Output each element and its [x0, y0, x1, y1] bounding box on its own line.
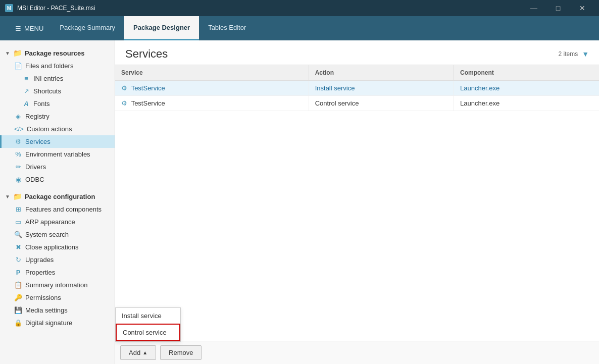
sidebar-group-config-label: Package configuration [25, 193, 95, 200]
sidebar-item-features-components[interactable]: ⊞ Features and components [0, 203, 115, 216]
cell-action: Install service [309, 81, 454, 96]
page-title: Services [125, 47, 168, 61]
sidebar-item-arp-appearance[interactable]: ▭ ARP appearance [0, 216, 115, 228]
app-icon: M [5, 4, 13, 12]
bottom-bar: Install service Control service Add ▲ Re… [115, 341, 599, 364]
add-button[interactable]: Add ▲ [120, 345, 156, 360]
gear-icon: ⚙ [121, 99, 129, 107]
sidebar-item-media-settings[interactable]: 💾 Media settings [0, 304, 115, 317]
dropdown-control-service[interactable]: Control service [116, 324, 180, 341]
menu-button[interactable]: ☰ MENU [8, 21, 51, 36]
sidebar-group-label: Package resources [25, 49, 85, 57]
sidebar-item-shortcuts[interactable]: ↗ Shortcuts [0, 85, 115, 97]
col-action: Action [309, 65, 454, 81]
sidebar-item-files-folders[interactable]: 📄 Files and folders [0, 60, 115, 72]
hamburger-icon: ☰ [15, 25, 21, 32]
cell-action: Control service [309, 96, 454, 111]
upgrades-icon: ↻ [14, 256, 22, 264]
tab-package-designer[interactable]: Package Designer [124, 16, 199, 40]
tab-tables-editor[interactable]: Tables Editor [199, 16, 255, 40]
sidebar-section-package-resources: ▼ 📁 Package resources 📄 Files and folder… [0, 44, 115, 188]
sidebar-item-digital-signature[interactable]: 🔒 Digital signature [0, 317, 115, 329]
titlebar: M MSI Editor - PACE_Suite.msi — □ ✕ [0, 0, 599, 16]
col-service: Service [115, 65, 309, 81]
services-table-body: ⚙ TestServiceInstall serviceLauncher.exe… [115, 81, 599, 111]
sidebar-section-package-configuration: ▼ 📁 Package configuration ⊞ Features and… [0, 188, 115, 331]
env-icon: % [14, 150, 22, 158]
collapse-arrow-icon-2: ▼ [5, 194, 10, 199]
collapse-arrow-icon: ▼ [5, 50, 10, 56]
remove-button[interactable]: Remove [160, 345, 202, 360]
sidebar-item-ini-entries[interactable]: ≡ INI entries [0, 72, 115, 85]
signature-icon: 🔒 [14, 319, 22, 327]
sidebar-item-custom-actions[interactable]: </> Custom actions [0, 123, 115, 135]
registry-icon: ◈ [14, 113, 22, 120]
item-count-area: 2 items ▼ [558, 50, 589, 58]
ini-icon: ≡ [22, 75, 30, 82]
code-icon: </> [14, 125, 24, 133]
arp-icon: ▭ [14, 218, 22, 226]
services-table: Service Action Component ⚙ TestServiceIn… [115, 65, 599, 111]
table-row[interactable]: ⚙ TestServiceInstall serviceLauncher.exe [115, 81, 599, 96]
drivers-icon: ✏ [14, 163, 22, 171]
properties-icon: P [14, 269, 22, 276]
services-table-container: Service Action Component ⚙ TestServiceIn… [115, 65, 599, 341]
col-component: Component [454, 65, 599, 81]
cell-service: ⚙ TestService [115, 96, 309, 111]
sidebar-item-upgrades[interactable]: ↻ Upgrades [0, 253, 115, 266]
sidebar-group-package-configuration[interactable]: ▼ 📁 Package configuration [0, 190, 115, 203]
summary-icon: 📋 [14, 281, 22, 289]
gear-icon: ⚙ [121, 84, 129, 92]
sidebar-item-services[interactable]: ⚙ Services [0, 135, 115, 148]
sidebar: ▼ 📁 Package resources 📄 Files and folder… [0, 40, 115, 364]
filter-icon[interactable]: ▼ [582, 50, 589, 58]
maximize-button[interactable]: □ [546, 0, 570, 16]
sidebar-item-permissions[interactable]: 🔑 Permissions [0, 291, 115, 304]
dropdown-arrow-icon: ▲ [142, 350, 147, 355]
shortcut-icon: ↗ [22, 87, 30, 95]
table-row[interactable]: ⚙ TestServiceControl serviceLauncher.exe [115, 96, 599, 111]
content-header: Services 2 items ▼ [115, 40, 599, 65]
table-header-row: Service Action Component [115, 65, 599, 81]
sidebar-item-summary-information[interactable]: 📋 Summary information [0, 279, 115, 291]
sidebar-group-package-resources[interactable]: ▼ 📁 Package resources [0, 46, 115, 60]
sidebar-item-odbc[interactable]: ◉ ODBC [0, 173, 115, 186]
services-icon: ⚙ [14, 138, 22, 145]
folder-icon-2: 📁 [13, 192, 22, 200]
permissions-icon: 🔑 [14, 294, 22, 301]
sidebar-item-registry[interactable]: ◈ Registry [0, 110, 115, 123]
sidebar-item-environment-variables[interactable]: % Environment variables [0, 148, 115, 161]
window-title: MSI Editor - PACE_Suite.msi [17, 5, 95, 12]
window-controls: — □ ✕ [522, 0, 594, 16]
sidebar-item-drivers[interactable]: ✏ Drivers [0, 161, 115, 173]
item-count-label: 2 items [558, 50, 578, 58]
odbc-icon: ◉ [14, 176, 22, 183]
media-icon: 💾 [14, 306, 22, 314]
file-icon: 📄 [14, 62, 22, 70]
main-layout: ▼ 📁 Package resources 📄 Files and folder… [0, 40, 599, 364]
sidebar-item-system-search[interactable]: 🔍 System search [0, 228, 115, 241]
action-buttons: Add ▲ Remove [115, 341, 599, 364]
font-icon: A [22, 100, 30, 108]
close-button[interactable]: ✕ [571, 0, 594, 16]
close-app-icon: ✖ [14, 243, 22, 251]
sidebar-item-fonts[interactable]: A Fonts [0, 97, 115, 110]
features-icon: ⊞ [14, 205, 22, 213]
content-area: Services 2 items ▼ Service Action Compon… [115, 40, 599, 364]
add-dropdown-menu: Install service Control service [115, 307, 181, 342]
cell-service: ⚙ TestService [115, 81, 309, 96]
minimize-button[interactable]: — [522, 0, 545, 16]
sidebar-item-close-applications[interactable]: ✖ Close applications [0, 241, 115, 253]
search-icon: 🔍 [14, 231, 22, 238]
cell-component: Launcher.exe [454, 96, 599, 111]
dropdown-install-service[interactable]: Install service [116, 308, 180, 324]
tab-package-summary[interactable]: Package Summary [51, 16, 124, 40]
menubar: ☰ MENU Package Summary Package Designer … [0, 16, 599, 40]
folder-icon: 📁 [13, 49, 22, 57]
sidebar-item-properties[interactable]: P Properties [0, 266, 115, 279]
cell-component: Launcher.exe [454, 81, 599, 96]
